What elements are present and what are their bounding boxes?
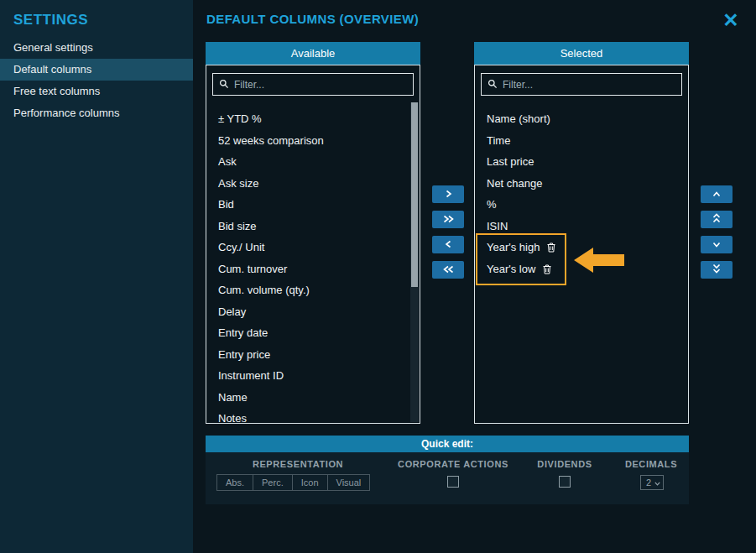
list-item[interactable]: Last price [476, 151, 687, 173]
dividends-checkbox[interactable] [559, 476, 571, 488]
double-chevron-down-icon [712, 263, 721, 276]
move-all-left-button[interactable] [432, 261, 464, 279]
list-item[interactable]: Name [207, 387, 419, 409]
move-left-button[interactable] [432, 236, 464, 253]
list-item[interactable]: Net change [476, 173, 687, 195]
trash-icon[interactable] [547, 243, 555, 253]
sidebar-item-general-settings[interactable]: General settings [0, 37, 193, 59]
representation-icon-button[interactable]: Icon [292, 474, 328, 491]
selected-panel: Selected Name (short) Time Last price Ne… [474, 42, 689, 424]
available-panel: Available ± YTD % 52 weeks comparison As… [206, 42, 420, 424]
double-chevron-up-icon [712, 213, 721, 226]
corporate-actions-checkbox[interactable] [447, 476, 459, 488]
move-up-button[interactable] [701, 185, 733, 203]
list-item[interactable]: Cum. turnover [207, 258, 419, 280]
selected-panel-title: Selected [474, 42, 689, 65]
trash-icon[interactable] [543, 264, 551, 274]
double-chevron-left-icon [443, 263, 454, 276]
chevron-left-icon [445, 238, 452, 251]
list-item[interactable]: Time [476, 130, 687, 152]
available-panel-body: ± YTD % 52 weeks comparison Ask Ask size… [206, 65, 420, 424]
search-icon [219, 77, 229, 92]
move-down-button[interactable] [701, 236, 733, 253]
sidebar-item-default-columns[interactable]: Default columns [0, 59, 193, 81]
available-filter [212, 73, 414, 96]
representation-group: Abs. Perc. Icon Visual [216, 474, 370, 491]
sidebar-item-performance-columns[interactable]: Performance columns [0, 102, 193, 124]
representation-perc-button[interactable]: Perc. [253, 474, 293, 491]
move-bottom-button[interactable] [701, 261, 733, 279]
list-item[interactable]: Entry date [207, 322, 419, 344]
move-right-button[interactable] [432, 185, 464, 203]
callout-arrow-icon [574, 248, 624, 276]
chevron-right-icon [445, 188, 452, 201]
settings-dialog: SETTINGS General settings Default column… [0, 0, 756, 553]
search-icon [487, 77, 498, 92]
sidebar-title: SETTINGS [0, 0, 193, 37]
scrollbar-track[interactable] [410, 102, 419, 422]
list-item[interactable]: Ccy./ Unit [207, 237, 419, 258]
page-title: DEFAULT COLUMNS (OVERVIEW) [206, 12, 419, 26]
corporate-actions-label: CORPORATE ACTIONS [398, 459, 508, 469]
settings-sidebar: SETTINGS General settings Default column… [0, 0, 193, 553]
chevron-down-icon [712, 238, 721, 251]
list-item[interactable]: Cum. volume (qty.) [207, 279, 419, 301]
list-item[interactable]: % [476, 194, 687, 216]
list-item[interactable]: Ask size [207, 173, 419, 195]
representation-visual-button[interactable]: Visual [327, 474, 371, 491]
list-item[interactable]: Bid [207, 194, 419, 216]
chevron-up-icon [712, 188, 721, 201]
decimals-label: DECIMALS [625, 459, 677, 469]
sidebar-item-free-text-columns[interactable]: Free text columns [0, 81, 193, 102]
selected-panel-body: Name (short) Time Last price Net change … [474, 65, 689, 424]
double-chevron-right-icon [443, 213, 454, 226]
representation-label: REPRESENTATION [253, 459, 343, 469]
representation-abs-button[interactable]: Abs. [216, 474, 253, 491]
selected-filter [481, 73, 682, 96]
available-filter-input[interactable] [234, 79, 407, 91]
order-buttons [701, 185, 733, 279]
dividends-label: DIVIDENDS [537, 459, 592, 469]
sidebar-menu: General settings Default columns Free te… [0, 37, 193, 124]
selected-filter-input[interactable] [503, 79, 675, 91]
list-item[interactable]: 52 weeks comparison [207, 130, 419, 152]
available-panel-title: Available [206, 42, 420, 65]
chevron-down-icon [654, 477, 660, 488]
available-list: ± YTD % 52 weeks comparison Ask Ask size… [207, 108, 419, 422]
list-item[interactable]: Notes [207, 408, 419, 422]
quick-edit-body: REPRESENTATION CORPORATE ACTIONS DIVIDEN… [206, 452, 689, 504]
list-item[interactable]: ± YTD % [207, 108, 419, 130]
list-item[interactable]: ISIN [476, 216, 687, 237]
list-item[interactable]: Instrument ID [207, 365, 419, 387]
list-item[interactable]: Delay [207, 301, 419, 323]
list-item[interactable]: Ask [207, 151, 419, 173]
list-item[interactable]: Bid size [207, 216, 419, 237]
decimals-value: 2 [646, 477, 651, 488]
decimals-select[interactable]: 2 [640, 475, 664, 490]
quick-edit-header: Quick edit: [206, 436, 689, 452]
list-item[interactable]: Entry price [207, 344, 419, 366]
scrollbar-thumb[interactable] [411, 102, 418, 287]
close-icon[interactable]: ✕ [719, 8, 743, 32]
list-item[interactable]: Name (short) [476, 108, 687, 130]
move-top-button[interactable] [701, 211, 733, 228]
move-buttons [432, 185, 464, 279]
move-all-right-button[interactable] [432, 211, 464, 228]
